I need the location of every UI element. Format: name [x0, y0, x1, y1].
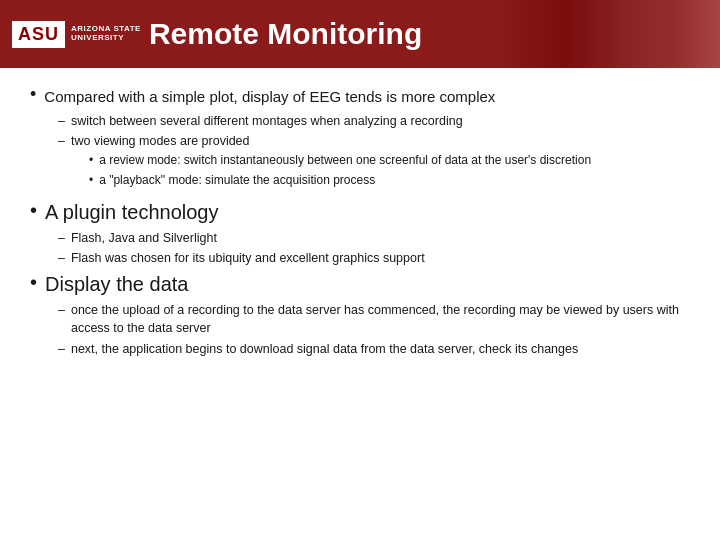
bullet-1-main: • Compared with a simple plot, display o…	[30, 86, 690, 107]
bullet-2-text: A plugin technology	[45, 201, 218, 224]
bullet-3-text: Display the data	[45, 273, 188, 296]
dash-icon-1: –	[58, 112, 65, 130]
asu-text-block: ARIZONA STATE UNIVERSITY	[71, 25, 141, 43]
asu-logo: ASU ARIZONA STATE UNIVERSITY	[12, 21, 141, 48]
bullet-2-sub-2-text: Flash was chosen for its ubiquity and ex…	[71, 249, 425, 267]
bullet-3-sub-1: – once the upload of a recording to the …	[58, 301, 690, 337]
bullet-section-1: • Compared with a simple plot, display o…	[30, 86, 690, 191]
bullet-2-dot: •	[30, 199, 37, 222]
header-bg	[500, 0, 720, 68]
bullet-2-sub-1: – Flash, Java and Silverlight	[58, 229, 690, 247]
bullet-3-main: • Display the data	[30, 273, 690, 296]
bullet-1-dot: •	[30, 84, 36, 105]
dash-icon-3: –	[58, 229, 65, 247]
dash-icon-5: –	[58, 301, 65, 319]
asu-letters: ASU	[18, 24, 59, 44]
bullet-3-sublist: – once the upload of a recording to the …	[58, 301, 690, 357]
slide-content: • Compared with a simple plot, display o…	[0, 68, 720, 374]
bullet-1-sub-2: – two viewing modes are provided • a rev…	[58, 132, 690, 191]
dash-icon-4: –	[58, 249, 65, 267]
bullet-1-subsub-1-text: a review mode: switch instantaneously be…	[99, 152, 591, 169]
bullet-2-sublist: – Flash, Java and Silverlight – Flash wa…	[58, 229, 690, 267]
dash-icon-6: –	[58, 340, 65, 358]
header: ASU ARIZONA STATE UNIVERSITY Remote Moni…	[0, 0, 720, 68]
bullet-2-main: • A plugin technology	[30, 201, 690, 224]
bullet-1-sub-2-text: two viewing modes are provided	[71, 134, 250, 148]
bullet-section-3: • Display the data – once the upload of …	[30, 273, 690, 357]
asu-line2: UNIVERSITY	[71, 34, 141, 43]
bullet-3-sub-2: – next, the application begins to downlo…	[58, 340, 690, 358]
bullet-1-subsub-2: • a "playback" mode: simulate the acquis…	[89, 172, 591, 189]
slide: ASU ARIZONA STATE UNIVERSITY Remote Moni…	[0, 0, 720, 540]
bullet-3-dot: •	[30, 271, 37, 294]
slide-title: Remote Monitoring	[149, 17, 422, 51]
sub-bullet-icon-1: •	[89, 152, 93, 169]
bullet-1-sub-1-text: switch between several different montage…	[71, 112, 463, 130]
bullet-3-sub-1-text: once the upload of a recording to the da…	[71, 301, 690, 337]
bullet-1-sub-1: – switch between several different monta…	[58, 112, 690, 130]
bullet-section-2: • A plugin technology – Flash, Java and …	[30, 201, 690, 267]
bullet-1-subsub-2-text: a "playback" mode: simulate the acquisit…	[99, 172, 375, 189]
bullet-2-sub-1-text: Flash, Java and Silverlight	[71, 229, 217, 247]
bullet-3-sub-2-text: next, the application begins to download…	[71, 340, 578, 358]
bullet-1-text: Compared with a simple plot, display of …	[44, 86, 495, 107]
dash-icon-2: –	[58, 132, 65, 150]
asu-logo-box: ASU	[12, 21, 65, 48]
bullet-1-sublist: – switch between several different monta…	[58, 112, 690, 191]
bullet-1-subsub-1: • a review mode: switch instantaneously …	[89, 152, 591, 169]
bullet-2-sub-2: – Flash was chosen for its ubiquity and …	[58, 249, 690, 267]
sub-bullet-icon-2: •	[89, 172, 93, 189]
bullet-1-sub-2-container: two viewing modes are provided • a revie…	[71, 132, 591, 191]
bullet-1-sub-sub-list: • a review mode: switch instantaneously …	[89, 152, 591, 189]
